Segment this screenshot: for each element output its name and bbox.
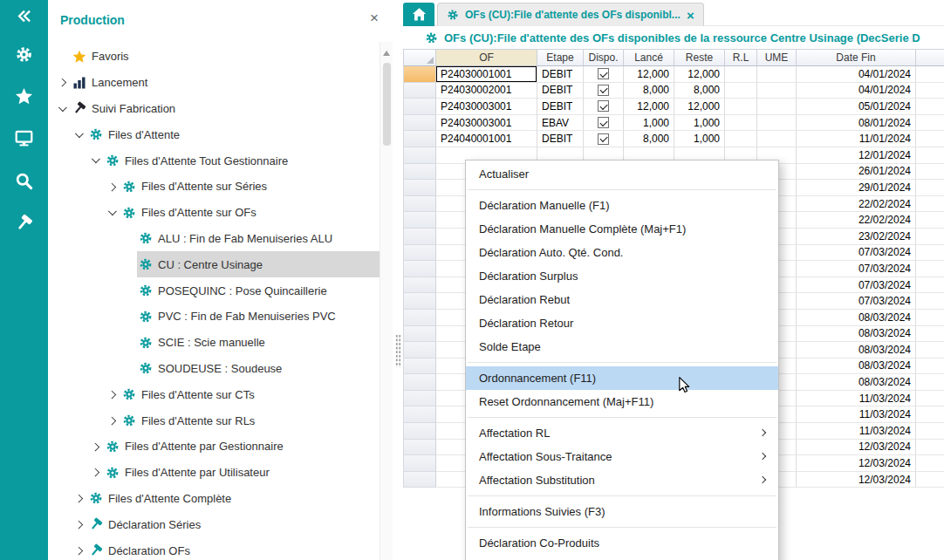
tree-item-content[interactable]: PVC : Fin de Fab Menuiseries PVC — [137, 304, 380, 330]
cell-ume[interactable] — [757, 83, 797, 99]
cell-ume[interactable] — [757, 66, 797, 83]
cell-etape[interactable]: DEBIT — [537, 83, 584, 99]
chevron-right-icon[interactable] — [72, 486, 87, 512]
chevron-down-icon[interactable] — [89, 147, 104, 174]
panel-close-icon[interactable]: × — [370, 10, 379, 25]
row-indicator-cell[interactable] — [403, 406, 436, 423]
cell-date_fin[interactable]: 08/03/2024 — [797, 326, 916, 343]
row-indicator-cell[interactable] — [403, 180, 436, 196]
cell-reste[interactable]: 12,000 — [674, 66, 725, 83]
column-header-etape[interactable]: Etape — [537, 49, 584, 66]
scrollbar-thumb[interactable] — [383, 63, 391, 146]
tree-scrollbar[interactable] — [380, 42, 393, 560]
tree-item[interactable]: CU : Centre Usinage — [48, 251, 380, 277]
cell-etape[interactable]: DEBIT — [537, 131, 584, 147]
chevron-right-icon[interactable] — [89, 434, 104, 460]
chevron-right-icon[interactable] — [89, 460, 104, 486]
row-indicator-cell[interactable] — [403, 359, 436, 375]
tree-item[interactable]: Lancement — [48, 70, 380, 96]
cell-date_fin[interactable]: 08/03/2024 — [797, 310, 916, 326]
tree-item-content[interactable]: Déclaration Séries — [87, 511, 380, 537]
cell-date_fin[interactable]: 29/01/2024 — [797, 180, 916, 196]
chevron-right-icon[interactable] — [106, 407, 120, 434]
cell-etape[interactable]: DEBIT — [537, 66, 584, 83]
context-menu-item[interactable]: Déclaration Retour — [466, 311, 778, 335]
context-menu-item[interactable]: Solde Etape — [466, 335, 778, 359]
column-header-dispo[interactable]: Dispo. — [584, 49, 624, 66]
cell-ume[interactable] — [757, 99, 797, 115]
tree-item-content[interactable]: Lancement — [71, 70, 380, 96]
cell-date_fin[interactable]: 08/03/2024 — [797, 359, 916, 375]
tree-item-content[interactable]: SCIE : Scie manuelle — [137, 330, 380, 356]
column-header-lance[interactable]: Lancé — [624, 49, 674, 66]
cell-dispo[interactable] — [584, 115, 624, 132]
tree-item[interactable]: Files d'Attente Complète — [48, 486, 380, 512]
cell-date_fin[interactable]: 23/02/2024 — [797, 229, 916, 245]
dispo-checkbox[interactable] — [598, 117, 609, 128]
tree-item[interactable]: Files d'Attente par Gestionnaire — [48, 434, 380, 460]
tree-item[interactable]: Files d'Attente sur OFs — [48, 200, 380, 226]
tree-item[interactable]: SOUDEUSE : Soudeuse — [48, 356, 380, 382]
row-indicator-cell[interactable] — [403, 391, 436, 407]
cell-date_fin[interactable]: 22/02/2024 — [797, 212, 916, 229]
tree-item-content[interactable]: ALU : Fin de Fab Menuiseries ALU — [137, 226, 380, 252]
tree-item-content[interactable]: Files d'Attente sur CTs — [120, 381, 380, 407]
tree-item[interactable]: Files d'Attente sur CTs — [48, 381, 380, 407]
cell-date_fin[interactable]: 07/03/2024 — [797, 293, 916, 310]
select-all-corner[interactable] — [403, 49, 436, 66]
chevron-right-icon[interactable] — [106, 381, 120, 407]
row-indicator-cell[interactable] — [403, 440, 436, 456]
cell-ume[interactable] — [757, 115, 797, 132]
cell-etape[interactable]: DEBIT — [537, 99, 584, 115]
cell-etape[interactable]: EBAV — [537, 115, 584, 132]
cell-lance[interactable]: 12,000 — [624, 66, 674, 83]
favorites-star-icon[interactable] — [0, 80, 48, 112]
column-header-date_fin[interactable]: Date Fin — [797, 49, 916, 66]
cell-date_fin[interactable]: 26/01/2024 — [797, 164, 916, 181]
column-header-rl[interactable]: R.L — [725, 49, 757, 66]
cell-date_fin[interactable]: 08/03/2024 — [797, 374, 916, 391]
cell-date_fin[interactable]: 12/03/2024 — [797, 455, 916, 472]
context-menu-item[interactable]: Actualiser — [466, 162, 778, 186]
cell-date_fin[interactable]: 22/02/2024 — [797, 196, 916, 213]
chevron-down-icon[interactable] — [106, 200, 120, 226]
tree-item-content[interactable]: Files d'Attente Tout Gestionnaire — [104, 147, 380, 174]
cell-rl[interactable] — [725, 83, 757, 99]
tree-item[interactable]: ALU : Fin de Fab Menuiseries ALU — [48, 226, 380, 252]
cell-lance[interactable]: 12,000 — [624, 99, 674, 115]
tree-item-content[interactable]: Favoris — [71, 44, 380, 70]
context-menu-item[interactable]: Affectation Substitution — [466, 468, 778, 492]
cell-dispo[interactable] — [584, 99, 624, 115]
cell-date_fin[interactable]: 05/01/2024 — [797, 99, 916, 115]
cell-date_fin[interactable]: 08/01/2024 — [797, 115, 916, 132]
tree-item-content[interactable]: Files d'Attente Complète — [87, 486, 380, 512]
dispo-checkbox[interactable] — [598, 133, 609, 145]
row-indicator-cell[interactable] — [403, 277, 436, 294]
context-menu-item[interactable]: Reset Ordonnancement (Maj+F11) — [466, 390, 778, 413]
home-tab[interactable] — [403, 3, 434, 26]
row-indicator-cell[interactable] — [403, 310, 436, 326]
cell-date_fin[interactable]: 12/01/2024 — [797, 147, 916, 164]
collapse-panel-icon[interactable] — [0, 0, 48, 31]
chevron-right-icon[interactable] — [56, 70, 71, 96]
cell-of[interactable]: P24040001001 — [436, 131, 537, 147]
row-indicator-cell[interactable] — [403, 326, 436, 343]
tree-item[interactable]: Files d'Attente sur Séries — [48, 174, 380, 200]
cell-rl[interactable] — [725, 99, 757, 115]
chevron-right-icon[interactable] — [106, 174, 120, 200]
tree-item[interactable]: Files d'Attente — [48, 121, 380, 147]
row-indicator-cell[interactable] — [403, 66, 436, 83]
tab-ofs-cu[interactable]: OFs (CU):File d'attente des OFs disponib… — [437, 3, 704, 26]
tree-item[interactable]: Files d'Attente Tout Gestionnaire — [48, 147, 380, 174]
scrollbar-up-icon[interactable] — [383, 51, 390, 56]
cell-date_fin[interactable]: 12/03/2024 — [797, 472, 916, 488]
cell-date_fin[interactable]: 11/01/2024 — [797, 131, 916, 147]
tab-close-icon[interactable]: × — [687, 9, 694, 22]
row-indicator-cell[interactable] — [403, 131, 436, 147]
context-menu-item[interactable]: Déclaration Surplus — [466, 264, 778, 288]
column-header-of[interactable]: OF — [436, 49, 537, 66]
row-indicator-cell[interactable] — [403, 196, 436, 213]
context-menu-item[interactable]: Affectation RL — [466, 421, 778, 445]
cell-dispo[interactable] — [584, 66, 624, 83]
row-indicator-cell[interactable] — [403, 115, 436, 132]
